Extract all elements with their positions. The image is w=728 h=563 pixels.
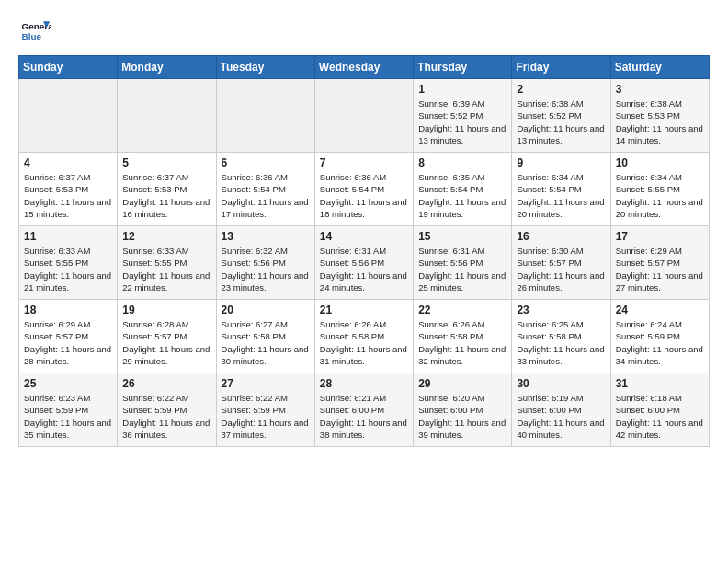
calendar-cell: 21Sunrise: 6:26 AMSunset: 5:58 PMDayligh… bbox=[314, 300, 413, 373]
calendar-cell: 11Sunrise: 6:33 AMSunset: 5:55 PMDayligh… bbox=[19, 226, 118, 300]
calendar-cell: 28Sunrise: 6:21 AMSunset: 6:00 PMDayligh… bbox=[314, 373, 413, 447]
day-number: 25 bbox=[24, 377, 112, 390]
calendar-cell: 30Sunrise: 6:19 AMSunset: 6:00 PMDayligh… bbox=[512, 373, 610, 447]
day-info: Sunrise: 6:38 AMSunset: 5:53 PMDaylight:… bbox=[616, 98, 704, 146]
day-number: 7 bbox=[320, 156, 408, 169]
day-info: Sunrise: 6:32 AMSunset: 5:56 PMDaylight:… bbox=[222, 245, 310, 293]
calendar-week-row: 11Sunrise: 6:33 AMSunset: 5:55 PMDayligh… bbox=[19, 226, 710, 300]
day-number: 22 bbox=[418, 304, 506, 316]
day-info: Sunrise: 6:29 AMSunset: 5:57 PMDaylight:… bbox=[24, 318, 112, 367]
day-number: 10 bbox=[616, 156, 704, 169]
day-info: Sunrise: 6:22 AMSunset: 5:59 PMDaylight:… bbox=[222, 392, 310, 441]
calendar-week-row: 1Sunrise: 6:39 AMSunset: 5:52 PMDaylight… bbox=[19, 79, 710, 153]
calendar-cell: 19Sunrise: 6:28 AMSunset: 5:57 PMDayligh… bbox=[118, 300, 216, 373]
day-number: 1 bbox=[418, 83, 506, 96]
col-header-friday: Friday bbox=[512, 56, 610, 79]
calendar-cell: 6Sunrise: 6:36 AMSunset: 5:54 PMDaylight… bbox=[216, 153, 314, 226]
logo: General Blue bbox=[18, 15, 55, 48]
col-header-saturday: Saturday bbox=[610, 56, 709, 79]
day-info: Sunrise: 6:28 AMSunset: 5:57 PMDaylight:… bbox=[122, 318, 210, 367]
day-info: Sunrise: 6:29 AMSunset: 5:57 PMDaylight:… bbox=[616, 245, 704, 293]
day-number: 16 bbox=[517, 230, 605, 243]
calendar-cell: 31Sunrise: 6:18 AMSunset: 6:00 PMDayligh… bbox=[610, 373, 709, 447]
calendar-cell: 5Sunrise: 6:37 AMSunset: 5:53 PMDaylight… bbox=[118, 153, 216, 226]
day-info: Sunrise: 6:19 AMSunset: 6:00 PMDaylight:… bbox=[517, 392, 605, 441]
day-number: 20 bbox=[222, 304, 310, 316]
calendar-cell bbox=[118, 79, 216, 153]
day-info: Sunrise: 6:22 AMSunset: 5:59 PMDaylight:… bbox=[122, 392, 210, 441]
day-number: 5 bbox=[122, 156, 210, 169]
calendar-week-row: 18Sunrise: 6:29 AMSunset: 5:57 PMDayligh… bbox=[19, 300, 710, 373]
day-number: 18 bbox=[24, 304, 112, 316]
calendar-cell: 24Sunrise: 6:24 AMSunset: 5:59 PMDayligh… bbox=[610, 300, 709, 373]
day-info: Sunrise: 6:34 AMSunset: 5:54 PMDaylight:… bbox=[517, 171, 605, 220]
calendar-cell: 29Sunrise: 6:20 AMSunset: 6:00 PMDayligh… bbox=[414, 373, 512, 447]
logo-icon: General Blue bbox=[18, 15, 51, 48]
day-info: Sunrise: 6:31 AMSunset: 5:56 PMDaylight:… bbox=[320, 245, 408, 293]
calendar-cell: 13Sunrise: 6:32 AMSunset: 5:56 PMDayligh… bbox=[216, 226, 314, 300]
day-number: 21 bbox=[320, 304, 408, 316]
day-info: Sunrise: 6:27 AMSunset: 5:58 PMDaylight:… bbox=[222, 318, 310, 367]
day-number: 26 bbox=[122, 377, 210, 390]
col-header-wednesday: Wednesday bbox=[314, 56, 413, 79]
calendar-cell: 9Sunrise: 6:34 AMSunset: 5:54 PMDaylight… bbox=[512, 153, 610, 226]
calendar-cell: 25Sunrise: 6:23 AMSunset: 5:59 PMDayligh… bbox=[19, 373, 118, 447]
calendar-cell: 2Sunrise: 6:38 AMSunset: 5:52 PMDaylight… bbox=[512, 79, 610, 153]
calendar-cell: 15Sunrise: 6:31 AMSunset: 5:56 PMDayligh… bbox=[414, 226, 512, 300]
day-info: Sunrise: 6:36 AMSunset: 5:54 PMDaylight:… bbox=[320, 171, 408, 220]
day-info: Sunrise: 6:30 AMSunset: 5:57 PMDaylight:… bbox=[517, 245, 605, 293]
day-info: Sunrise: 6:23 AMSunset: 5:59 PMDaylight:… bbox=[24, 392, 112, 441]
day-number: 9 bbox=[517, 156, 605, 169]
calendar-cell: 3Sunrise: 6:38 AMSunset: 5:53 PMDaylight… bbox=[610, 79, 709, 153]
col-header-monday: Monday bbox=[118, 56, 216, 79]
calendar-cell bbox=[216, 79, 314, 153]
day-info: Sunrise: 6:35 AMSunset: 5:54 PMDaylight:… bbox=[418, 171, 506, 220]
calendar-cell bbox=[314, 79, 413, 153]
day-info: Sunrise: 6:37 AMSunset: 5:53 PMDaylight:… bbox=[24, 171, 112, 220]
col-header-sunday: Sunday bbox=[19, 56, 118, 79]
day-number: 28 bbox=[320, 377, 408, 390]
day-info: Sunrise: 6:36 AMSunset: 5:54 PMDaylight:… bbox=[222, 171, 310, 220]
day-info: Sunrise: 6:31 AMSunset: 5:56 PMDaylight:… bbox=[418, 245, 506, 293]
day-info: Sunrise: 6:26 AMSunset: 5:58 PMDaylight:… bbox=[418, 318, 506, 367]
day-info: Sunrise: 6:20 AMSunset: 6:00 PMDaylight:… bbox=[418, 392, 506, 441]
day-number: 27 bbox=[222, 377, 310, 390]
day-number: 13 bbox=[222, 230, 310, 243]
calendar-cell: 14Sunrise: 6:31 AMSunset: 5:56 PMDayligh… bbox=[314, 226, 413, 300]
day-number: 29 bbox=[418, 377, 506, 390]
calendar-cell: 17Sunrise: 6:29 AMSunset: 5:57 PMDayligh… bbox=[610, 226, 709, 300]
day-number: 17 bbox=[616, 230, 704, 243]
calendar-cell: 26Sunrise: 6:22 AMSunset: 5:59 PMDayligh… bbox=[118, 373, 216, 447]
calendar-cell: 16Sunrise: 6:30 AMSunset: 5:57 PMDayligh… bbox=[512, 226, 610, 300]
calendar-week-row: 25Sunrise: 6:23 AMSunset: 5:59 PMDayligh… bbox=[19, 373, 710, 447]
day-number: 15 bbox=[418, 230, 506, 243]
calendar-table: SundayMondayTuesdayWednesdayThursdayFrid… bbox=[18, 55, 710, 447]
svg-text:Blue: Blue bbox=[22, 31, 42, 41]
day-number: 14 bbox=[320, 230, 408, 243]
day-info: Sunrise: 6:33 AMSunset: 5:55 PMDaylight:… bbox=[122, 245, 210, 293]
col-header-tuesday: Tuesday bbox=[216, 56, 314, 79]
calendar-cell: 20Sunrise: 6:27 AMSunset: 5:58 PMDayligh… bbox=[216, 300, 314, 373]
day-number: 4 bbox=[24, 156, 112, 169]
calendar-cell: 8Sunrise: 6:35 AMSunset: 5:54 PMDaylight… bbox=[414, 153, 512, 226]
day-info: Sunrise: 6:38 AMSunset: 5:52 PMDaylight:… bbox=[517, 98, 605, 146]
day-info: Sunrise: 6:26 AMSunset: 5:58 PMDaylight:… bbox=[320, 318, 408, 367]
calendar-header-row: SundayMondayTuesdayWednesdayThursdayFrid… bbox=[19, 56, 710, 79]
day-info: Sunrise: 6:37 AMSunset: 5:53 PMDaylight:… bbox=[122, 171, 210, 220]
calendar-week-row: 4Sunrise: 6:37 AMSunset: 5:53 PMDaylight… bbox=[19, 153, 710, 226]
col-header-thursday: Thursday bbox=[414, 56, 512, 79]
day-info: Sunrise: 6:21 AMSunset: 6:00 PMDaylight:… bbox=[320, 392, 408, 441]
day-info: Sunrise: 6:24 AMSunset: 5:59 PMDaylight:… bbox=[616, 318, 704, 367]
day-number: 3 bbox=[616, 83, 704, 96]
calendar-cell: 22Sunrise: 6:26 AMSunset: 5:58 PMDayligh… bbox=[414, 300, 512, 373]
calendar-cell: 7Sunrise: 6:36 AMSunset: 5:54 PMDaylight… bbox=[314, 153, 413, 226]
calendar-cell: 27Sunrise: 6:22 AMSunset: 5:59 PMDayligh… bbox=[216, 373, 314, 447]
header: General Blue bbox=[18, 15, 710, 48]
day-number: 2 bbox=[517, 83, 605, 96]
calendar-cell: 4Sunrise: 6:37 AMSunset: 5:53 PMDaylight… bbox=[19, 153, 118, 226]
calendar-cell: 23Sunrise: 6:25 AMSunset: 5:58 PMDayligh… bbox=[512, 300, 610, 373]
day-info: Sunrise: 6:34 AMSunset: 5:55 PMDaylight:… bbox=[616, 171, 704, 220]
day-number: 19 bbox=[122, 304, 210, 316]
page: General Blue SundayMondayTuesdayWednesda… bbox=[0, 0, 728, 465]
day-number: 8 bbox=[418, 156, 506, 169]
